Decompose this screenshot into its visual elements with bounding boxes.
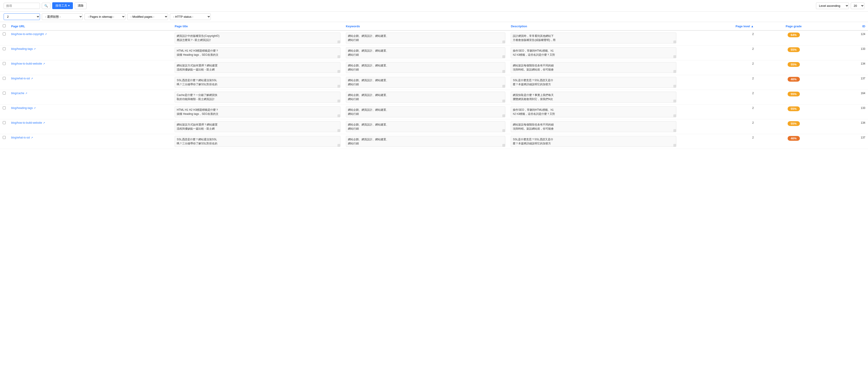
row-title-cell: Cache是什麼？一分鐘了解網頁快取的功能與種類 - 凱士網頁設計 — [172, 90, 343, 105]
keywords-text: 網站企劃、網頁設計、網站建置、網站行銷 — [346, 121, 505, 132]
page-level-value: 2 — [752, 47, 754, 51]
row-id-value: 133 — [861, 107, 865, 110]
row-checkbox-cell[interactable] — [0, 119, 8, 134]
row-id-value: 137 — [861, 136, 865, 139]
row-grade-cell: 55% — [756, 46, 831, 60]
filter-bar: 2 1 3 4 - 選擇狀態 - - Pages in sitemap - - … — [0, 11, 868, 22]
external-link-icon: ↗ — [43, 62, 45, 65]
row-checkbox[interactable] — [3, 136, 6, 139]
row-level-cell: 2 — [679, 134, 756, 149]
row-checkbox-cell[interactable] — [0, 60, 8, 75]
row-checkbox-cell[interactable] — [0, 134, 8, 149]
row-title-cell: HTML H1 H2 H3標題標籤是什麼？搞懂 Heading tags，SEO… — [172, 105, 343, 119]
url-text: blog/heading-tags — [11, 107, 33, 110]
row-checkbox-cell[interactable] — [0, 105, 8, 119]
clear-button[interactable]: 清除 — [75, 2, 87, 9]
keywords-text: 網站企劃、網頁設計、網站建置、網站行銷 — [346, 77, 505, 88]
header-keywords[interactable]: Keywords — [343, 22, 508, 30]
http-filter[interactable]: - HTTP status - — [170, 13, 211, 20]
row-description-cell: SSL是什麼意思？SSL憑證又是什麼？本篇將詳細說明它的加密方 — [508, 134, 679, 149]
row-url-cell: blog/how-to-build-website ↗ — [8, 60, 172, 75]
row-checkbox[interactable] — [3, 77, 6, 80]
search-icon: 🔍 — [44, 4, 48, 7]
description-text: 設計網頁時，常常看到其他網站下方都會放版權宣告(或版權聲明)，用 — [511, 32, 676, 44]
clear-label: 清除 — [78, 4, 84, 7]
header-page-grade[interactable]: Page grade — [756, 22, 831, 30]
grade-badge: 46% — [787, 136, 800, 141]
select-all-checkbox[interactable] — [3, 24, 6, 27]
search-input[interactable] — [4, 3, 40, 9]
row-checkbox-cell[interactable] — [0, 46, 8, 60]
page-url-link[interactable]: blog/heading-tags ↗ — [11, 107, 169, 110]
sitemap-filter[interactable]: - Pages in sitemap - — [85, 13, 125, 20]
row-checkbox[interactable] — [3, 121, 6, 124]
external-link-icon: ↗ — [34, 107, 36, 110]
row-id-cell: 124 — [831, 30, 868, 46]
table-row: blog/heading-tags ↗ HTML H1 H2 H3標題標籤是什麼… — [0, 46, 868, 60]
row-checkbox-cell[interactable] — [0, 75, 8, 90]
keywords-text: 網站企劃、網頁設計、網站建置、網站行銷 — [346, 107, 505, 117]
page-level-value: 2 — [752, 107, 754, 110]
header-checkbox[interactable] — [0, 22, 8, 30]
description-text: 操作SEO，常聽到HTML標籤、h1h2 h3標籤，這些名詞是什麼？又對 — [511, 107, 676, 117]
row-url-cell: blog/what-is-ssl ↗ — [8, 75, 172, 90]
page-size-select[interactable]: 20 50 100 — [851, 2, 864, 9]
page-url-link[interactable]: blog/what-is-ssl ↗ — [11, 77, 169, 80]
row-level-cell: 2 — [679, 105, 756, 119]
row-checkbox[interactable] — [3, 92, 6, 94]
page-title-text: HTML H1 H2 H3標題標籤是什麼？搞懂 Heading tags，SEO… — [175, 107, 340, 117]
search-tools-button[interactable]: 搜尋工具 ▾ — [52, 2, 73, 9]
page-level-value: 2 — [752, 92, 754, 95]
page-url-link[interactable]: blog/heading-tags ↗ — [11, 47, 169, 51]
row-level-cell: 2 — [679, 46, 756, 60]
row-checkbox[interactable] — [3, 62, 6, 65]
url-text: blog/how-to-write-copyright — [11, 32, 44, 36]
row-description-cell: SSL是什麼意思？SSL憑證又是什麼？本篇將詳細說明它的加密方 — [508, 75, 679, 90]
description-text: 網站架設每個階段也各有不同的細項與時程。架設網站前，你可能會 — [511, 121, 676, 132]
row-url-cell: blog/heading-tags ↗ — [8, 105, 172, 119]
main-table-container: Page URL Page title Keywords Description… — [0, 22, 868, 149]
page-url-link[interactable]: blog/cache ↗ — [11, 92, 169, 95]
header-page-url[interactable]: Page URL — [8, 22, 172, 30]
page-title-text: 網頁設計中的版權宣告(Copyright©)應該怎麼寫？- 凱士網頁設計 — [175, 32, 340, 44]
row-id-value: 137 — [861, 77, 865, 80]
keywords-text: 網站企劃、網頁設計、網站建置、網站行銷 — [346, 32, 505, 44]
row-checkbox[interactable] — [3, 32, 6, 35]
row-id-value: 134 — [861, 62, 865, 65]
row-id-cell: 133 — [831, 105, 868, 119]
search-button[interactable]: 🔍 — [42, 3, 51, 9]
row-title-cell: HTML H1 H2 H3標題標籤是什麼？搞懂 Heading tags，SEO… — [172, 46, 343, 60]
modified-filter[interactable]: - Modified pages - — [127, 13, 168, 20]
level-filter[interactable]: 2 1 3 4 — [4, 13, 40, 20]
row-title-cell: SSL憑證是什麼？網站還沒裝SSL嗎？三分鐘帶你了解SSL對排名的 — [172, 75, 343, 90]
page-url-link[interactable]: blog/how-to-build-website ↗ — [11, 62, 169, 65]
status-filter[interactable]: - 選擇狀態 - — [42, 13, 83, 20]
page-url-link[interactable]: blog/how-to-build-website ↗ — [11, 121, 169, 124]
row-id-value: 133 — [861, 47, 865, 51]
row-checkbox[interactable] — [3, 47, 6, 50]
external-link-icon: ↗ — [31, 136, 33, 139]
row-level-cell: 2 — [679, 90, 756, 105]
description-text: SSL是什麼意思？SSL憑證又是什麼？本篇將詳細說明它的加密方 — [511, 136, 676, 147]
page-url-link[interactable]: blog/what-is-ssl ↗ — [11, 136, 169, 139]
row-url-cell: blog/what-is-ssl ↗ — [8, 134, 172, 149]
row-checkbox[interactable] — [3, 107, 6, 109]
row-checkbox-cell[interactable] — [0, 30, 8, 46]
row-title-cell: SSL憑證是什麼？網站還沒裝SSL嗎？三分鐘帶你了解SSL對排名的 — [172, 134, 343, 149]
row-keywords-cell: 網站企劃、網頁設計、網站建置、網站行銷 — [343, 46, 508, 60]
keywords-text: 網站企劃、網頁設計、網站建置、網站行銷 — [346, 92, 505, 103]
pages-table: Page URL Page title Keywords Description… — [0, 22, 868, 149]
header-description[interactable]: Description — [508, 22, 679, 30]
grade-badge: 64% — [787, 32, 800, 37]
header-page-level[interactable]: Page level ▲ — [679, 22, 756, 30]
search-tools-label: 搜尋工具 ▾ — [55, 4, 70, 8]
row-level-cell: 2 — [679, 30, 756, 46]
sort-select[interactable]: Level ascending Level descending Grade a… — [816, 2, 849, 9]
table-row: blog/how-to-build-website ↗ 網站架設方式如何選擇？網… — [0, 119, 868, 134]
external-link-icon: ↗ — [43, 121, 45, 124]
header-page-title[interactable]: Page title — [172, 22, 343, 30]
description-text: 操作SEO，常聽到HTML標籤、h1h2 h3標籤，這些名詞是什麼？又對 — [511, 47, 676, 58]
page-url-link[interactable]: blog/how-to-write-copyright ↗ — [11, 32, 169, 36]
row-checkbox-cell[interactable] — [0, 90, 8, 105]
top-bar: 🔍 搜尋工具 ▾ 清除 Level ascending Level descen… — [0, 0, 868, 11]
